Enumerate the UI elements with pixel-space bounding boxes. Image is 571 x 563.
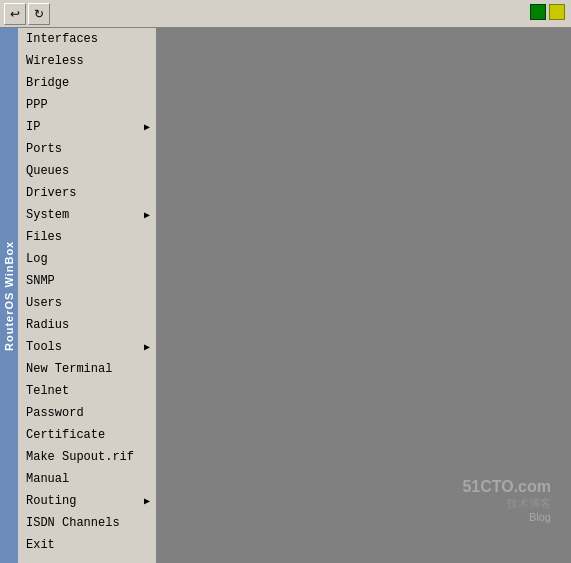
menu-item-password[interactable]: Password	[18, 402, 156, 424]
menu-item-label: Radius	[26, 318, 69, 332]
menu-item-label: Wireless	[26, 54, 84, 68]
menu-item-queues[interactable]: Queues	[18, 160, 156, 182]
watermark: 51CTO.com 技术博客 Blog	[462, 478, 551, 523]
menu-item-radius[interactable]: Radius	[18, 314, 156, 336]
submenu-arrow-icon: ▶	[144, 209, 150, 221]
menu-item-label: Certificate	[26, 428, 105, 442]
menu-item-interfaces[interactable]: Interfaces	[18, 28, 156, 50]
menu-item-certificate[interactable]: Certificate	[18, 424, 156, 446]
menu-panel: InterfacesWirelessBridgePPPIP▶PortsQueue…	[18, 28, 158, 563]
menu-item-ports[interactable]: Ports	[18, 138, 156, 160]
submenu-arrow-icon: ▶	[144, 495, 150, 507]
menu-item-users[interactable]: Users	[18, 292, 156, 314]
menu-item-drivers[interactable]: Drivers	[18, 182, 156, 204]
submenu-arrow-icon: ▶	[144, 341, 150, 353]
menu-item-new-terminal[interactable]: New Terminal	[18, 358, 156, 380]
menu-item-bridge[interactable]: Bridge	[18, 72, 156, 94]
menu-item-snmp[interactable]: SNMP	[18, 270, 156, 292]
yellow-indicator	[549, 4, 565, 20]
menu-item-label: IP	[26, 120, 40, 134]
watermark-site: 51CTO.com	[462, 478, 551, 496]
menu-item-label: Users	[26, 296, 62, 310]
menu-item-routing[interactable]: Routing▶	[18, 490, 156, 512]
menu-item-label: Log	[26, 252, 48, 266]
menu-item-manual[interactable]: Manual	[18, 468, 156, 490]
toolbar: ↩ ↻	[0, 0, 571, 28]
green-indicator	[530, 4, 546, 20]
menu-item-make-supout.rif[interactable]: Make Supout.rif	[18, 446, 156, 468]
back-button[interactable]: ↩	[4, 3, 26, 25]
menu-item-label: Interfaces	[26, 32, 98, 46]
menu-item-label: System	[26, 208, 69, 222]
content-area: 51CTO.com 技术博客 Blog	[158, 28, 571, 563]
refresh-button[interactable]: ↻	[28, 3, 50, 25]
menu-item-label: Files	[26, 230, 62, 244]
menu-item-label: PPP	[26, 98, 48, 112]
watermark-sub: 技术博客	[462, 496, 551, 511]
menu-item-label: Tools	[26, 340, 62, 354]
menu-item-label: Queues	[26, 164, 69, 178]
menu-item-ip[interactable]: IP▶	[18, 116, 156, 138]
menu-item-exit[interactable]: Exit	[18, 534, 156, 556]
menu-item-label: Exit	[26, 538, 55, 552]
menu-item-label: Password	[26, 406, 84, 420]
status-indicators	[530, 4, 565, 20]
main-area: RouterOS WinBox InterfacesWirelessBridge…	[0, 28, 571, 563]
menu-item-tools[interactable]: Tools▶	[18, 336, 156, 358]
menu-item-label: Routing	[26, 494, 76, 508]
sidebar-label: RouterOS WinBox	[0, 28, 18, 563]
menu-item-label: Ports	[26, 142, 62, 156]
menu-item-ppp[interactable]: PPP	[18, 94, 156, 116]
menu-item-wireless[interactable]: Wireless	[18, 50, 156, 72]
menu-item-files[interactable]: Files	[18, 226, 156, 248]
menu-item-label: ISDN Channels	[26, 516, 120, 530]
menu-item-telnet[interactable]: Telnet	[18, 380, 156, 402]
menu-item-label: New Terminal	[26, 362, 112, 376]
menu-item-label: Telnet	[26, 384, 69, 398]
menu-item-label: Bridge	[26, 76, 69, 90]
menu-item-system[interactable]: System▶	[18, 204, 156, 226]
watermark-blog: Blog	[462, 511, 551, 523]
menu-item-label: Make Supout.rif	[26, 450, 134, 464]
menu-item-label: Manual	[26, 472, 69, 486]
menu-item-label: SNMP	[26, 274, 55, 288]
submenu-arrow-icon: ▶	[144, 121, 150, 133]
menu-item-label: Drivers	[26, 186, 76, 200]
menu-item-isdn-channels[interactable]: ISDN Channels	[18, 512, 156, 534]
menu-item-log[interactable]: Log	[18, 248, 156, 270]
